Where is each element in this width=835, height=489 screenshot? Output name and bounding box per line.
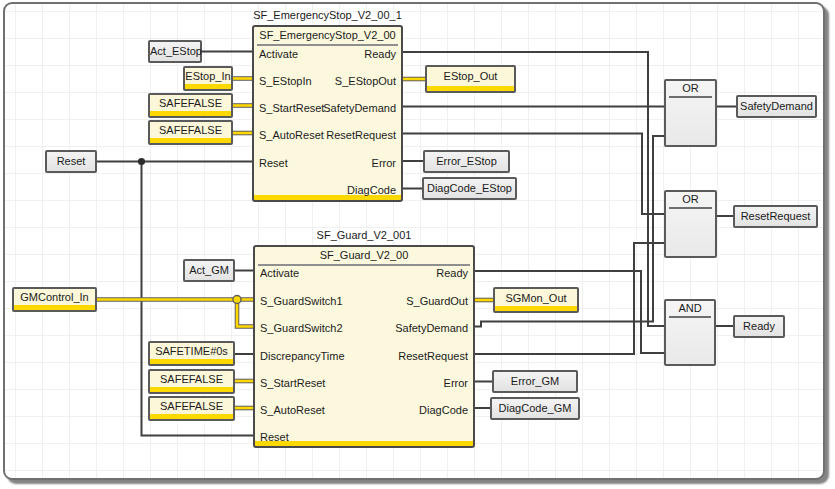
- port-s-guardswitch2: S_GuardSwitch2: [260, 321, 343, 335]
- function-block-emergency-stop[interactable]: SF_EmergencyStop_V2_00 Activate S_EStopI…: [252, 25, 403, 202]
- port-s-autoreset: S_AutoReset: [260, 403, 325, 417]
- port-resetrequest: ResetRequest: [326, 128, 396, 142]
- gate-and-label: AND: [666, 301, 714, 314]
- gate-or-2-label: OR: [666, 192, 715, 205]
- estop-header-separator: [257, 44, 398, 46]
- var-box-safefalse-2[interactable]: SAFEFALSE: [148, 120, 233, 145]
- var-box-error-gm[interactable]: Error_GM: [492, 370, 578, 393]
- var-box-act-estop[interactable]: Act_EStop: [148, 40, 202, 63]
- var-box-error-estop[interactable]: Error_EStop: [423, 150, 510, 173]
- gate-or-safetydemand[interactable]: OR: [664, 79, 717, 147]
- gate-or-2-separator: [669, 207, 712, 209]
- gate-or-resetrequest[interactable]: OR: [664, 190, 717, 258]
- guard-instance-name: SF_Guard_V2_001: [258, 228, 470, 242]
- gate-or-1-label: OR: [666, 81, 715, 94]
- gate-and-separator: [669, 316, 711, 318]
- var-box-ready[interactable]: Ready: [733, 315, 785, 338]
- port-error: Error: [444, 376, 468, 390]
- port-error: Error: [372, 156, 396, 170]
- estop-type-name: SF_EmergencyStop_V2_00: [254, 27, 401, 41]
- port-activate: Activate: [260, 266, 299, 280]
- var-box-act-gm[interactable]: Act_GM: [183, 259, 235, 282]
- port-ready: Ready: [364, 47, 396, 61]
- port-discrepancytime: DiscrepancyTime: [260, 349, 345, 363]
- port-safetydemand: SafetyDemand: [395, 321, 468, 335]
- port-diagcode: DiagCode: [347, 183, 396, 197]
- gate-and-ready[interactable]: AND: [664, 299, 716, 366]
- var-box-safefalse-3[interactable]: SAFEFALSE: [148, 369, 235, 394]
- port-s-guardswitch1: S_GuardSwitch1: [260, 294, 343, 308]
- var-box-safefalse-4[interactable]: SAFEFALSE: [148, 396, 235, 421]
- guard-type-name: SF_Guard_V2_00: [255, 247, 473, 261]
- var-box-estop-in[interactable]: EStop_In: [183, 66, 233, 91]
- port-s-estopin: S_EStopIn: [259, 74, 312, 88]
- var-box-diagcode-gm[interactable]: DiagCode_GM: [490, 397, 580, 420]
- port-diagcode: DiagCode: [419, 403, 468, 417]
- port-s-startreset: S_StartReset: [260, 376, 325, 390]
- var-box-diagcode-estop[interactable]: DiagCode_EStop: [422, 177, 517, 200]
- port-activate: Activate: [259, 47, 298, 61]
- port-ready: Ready: [436, 266, 468, 280]
- port-s-startreset: S_StartReset: [259, 101, 324, 115]
- var-box-safetime[interactable]: SAFETIME#0s: [148, 341, 235, 366]
- port-reset: Reset: [259, 156, 288, 170]
- var-box-safetydemand[interactable]: SafetyDemand: [736, 95, 817, 118]
- port-s-guardout: S_GuardOut: [406, 294, 468, 308]
- port-reset: Reset: [260, 430, 289, 444]
- var-box-safefalse-1[interactable]: SAFEFALSE: [148, 93, 233, 118]
- gate-or-1-separator: [669, 96, 712, 98]
- port-safetydemand: SafetyDemand: [323, 101, 396, 115]
- var-box-gmcontrol-in[interactable]: GMControl_In: [12, 287, 97, 312]
- function-block-guard-monitoring[interactable]: SF_Guard_V2_00 Activate S_GuardSwitch1 S…: [253, 245, 475, 448]
- port-resetrequest: ResetRequest: [398, 349, 468, 363]
- var-box-resetrequest[interactable]: ResetRequest: [733, 205, 818, 228]
- var-box-estop-out[interactable]: EStop_Out: [425, 65, 516, 93]
- fbd-editor-canvas: SF_EmergencyStop_V2_00_1 SF_EmergencySto…: [0, 0, 835, 489]
- port-s-estopout: S_EStopOut: [335, 74, 396, 88]
- var-box-reset[interactable]: Reset: [45, 150, 97, 173]
- port-s-autoreset: S_AutoReset: [259, 128, 324, 142]
- var-box-sgmon-out[interactable]: SGMon_Out: [493, 287, 579, 313]
- estop-instance-name: SF_EmergencyStop_V2_00_1: [232, 8, 423, 22]
